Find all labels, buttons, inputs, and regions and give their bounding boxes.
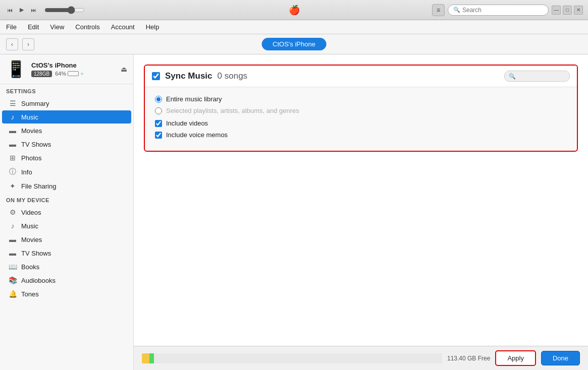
sidebar-item-label: Music [21,222,38,230]
sync-music-panel: Sync Music 0 songs 🔍 Entire music librar… [144,65,578,152]
sidebar-item-label: Info [21,168,32,176]
include-memos-label: Include voice memos [166,131,228,139]
titlebar: ⏮ ▶ ⏭ 🍎 ≡ 🔍 — □ ✕ [0,0,588,20]
selected-playlists-radio[interactable] [155,107,162,114]
sync-title: Sync Music [165,71,212,81]
on-device-section-label: On My Device [0,193,133,205]
filesharing-icon: ✦ [8,182,17,190]
entire-library-row: Entire music library [155,95,567,103]
storage-seg-yellow [142,353,149,363]
sidebar-item-tvshows[interactable]: ▬ TV Shows [2,138,131,151]
include-videos-label: Include videos [166,119,208,127]
list-icon-button[interactable]: ≡ [432,4,445,16]
apply-button[interactable]: Apply [495,350,536,366]
nav-forward-button[interactable]: › [22,38,34,50]
sidebar-item-label: Photos [21,154,41,162]
sidebar-item-label: Movies [21,236,42,243]
sidebar-item-filesharing[interactable]: ✦ File Sharing [2,179,131,193]
music2-icon: ♪ [8,222,17,230]
device-storage: 128GB 64% + [31,71,84,77]
include-videos-checkbox[interactable] [155,120,162,127]
info-icon: ⓘ [8,167,17,176]
navbar: ‹ › CtOS's iPhone [0,34,588,54]
apple-logo: 🍎 [289,5,300,16]
close-button[interactable]: ✕ [574,6,583,15]
menu-file[interactable]: File [4,22,19,32]
main-layout: 📱 CtOS's iPhone 128GB 64% + ⏏ Settings ☰… [0,54,588,370]
menu-account[interactable]: Account [109,22,137,32]
maximize-button[interactable]: □ [563,6,572,15]
menubar: File Edit View Controls Account Help [0,20,588,34]
sync-search-input[interactable] [518,73,568,80]
storage-seg-free [154,353,442,363]
audiobooks-icon: 📚 [8,276,17,284]
selected-playlists-row: Selected playlists, artists, albums, and… [155,107,567,114]
sync-header: Sync Music 0 songs 🔍 [145,66,577,87]
sync-music-checkbox[interactable] [152,72,160,80]
sidebar-item-info[interactable]: ⓘ Info [2,165,131,179]
sidebar-item-tones[interactable]: 🔔 Tones [2,287,131,300]
storage-label: 113.40 GB Free [447,355,490,362]
sync-song-count: 0 songs [218,71,248,81]
include-memos-checkbox[interactable] [155,132,162,139]
device-name: CtOS's iPhone [31,61,84,69]
device-details: CtOS's iPhone 128GB 64% + [31,61,84,77]
tvshows2-icon: ▬ [8,249,17,257]
menu-controls[interactable]: Controls [73,22,101,32]
sidebar-item-videos[interactable]: ⚙ Videos [2,206,131,219]
tvshows-icon: ▬ [8,140,17,148]
menu-edit[interactable]: Edit [26,22,41,32]
sidebar: 📱 CtOS's iPhone 128GB 64% + ⏏ Settings ☰… [0,54,134,370]
sidebar-item-audiobooks[interactable]: 📚 Audiobooks [2,274,131,287]
transport-controls: ⏮ ▶ ⏭ [5,6,85,14]
sync-body: Entire music library Selected playlists,… [145,87,577,151]
selected-playlists-label: Selected playlists, artists, albums, and… [166,107,299,114]
footer: 113.40 GB Free Apply Done [134,346,588,370]
sidebar-item-tvshows2[interactable]: ▬ TV Shows [2,246,131,260]
eject-button[interactable]: ⏏ [121,65,127,73]
menu-help[interactable]: Help [144,22,162,32]
sidebar-item-movies[interactable]: ▬ Movies [2,124,131,137]
storage-badge: 128GB [31,71,52,77]
fast-forward-button[interactable]: ⏭ [29,6,38,14]
sidebar-item-label: Summary [21,100,49,107]
sidebar-item-music[interactable]: ♪ Music [2,110,131,124]
rewind-button[interactable]: ⏮ [5,6,15,14]
volume-slider[interactable] [44,6,85,14]
sidebar-item-label: Music [21,113,38,121]
menu-view[interactable]: View [48,22,66,32]
window-buttons: — □ ✕ [552,6,583,15]
search-box: 🔍 [448,5,549,16]
search-icon: 🔍 [453,7,460,13]
sidebar-item-label: TV Shows [21,141,51,148]
sidebar-item-movies2[interactable]: ▬ Movies [2,233,131,246]
sidebar-item-music2[interactable]: ♪ Music [2,219,131,232]
sidebar-item-label: Videos [21,209,41,216]
battery-plus-icon: + [80,71,83,77]
settings-section-label: Settings [0,84,133,96]
storage-bar [142,353,442,363]
sidebar-item-books[interactable]: 📖 Books [2,260,131,273]
minimize-button[interactable]: — [552,6,561,15]
search-input[interactable] [462,7,543,14]
summary-icon: ☰ [8,99,17,107]
sidebar-item-label: Audiobooks [21,277,56,284]
battery-bar-icon [68,71,79,76]
sidebar-item-photos[interactable]: ⊞ Photos [2,151,131,164]
play-button[interactable]: ▶ [18,6,26,14]
done-button[interactable]: Done [541,351,580,365]
movies-icon: ▬ [8,127,17,135]
entire-library-radio[interactable] [155,96,162,103]
device-icon: 📱 [6,59,26,79]
music-icon: ♪ [8,113,17,121]
sync-search-box: 🔍 [504,71,570,82]
sidebar-item-label: Books [21,263,39,271]
device-tab[interactable]: CtOS's iPhone [261,38,327,50]
sidebar-item-label: Tones [21,290,39,298]
sidebar-item-summary[interactable]: ☰ Summary [2,97,131,110]
sync-radio-group: Entire music library Selected playlists,… [155,95,567,114]
battery-pct: 64% [55,71,66,77]
nav-back-button[interactable]: ‹ [6,38,18,50]
movies2-icon: ▬ [8,235,17,243]
books-icon: 📖 [8,263,17,271]
